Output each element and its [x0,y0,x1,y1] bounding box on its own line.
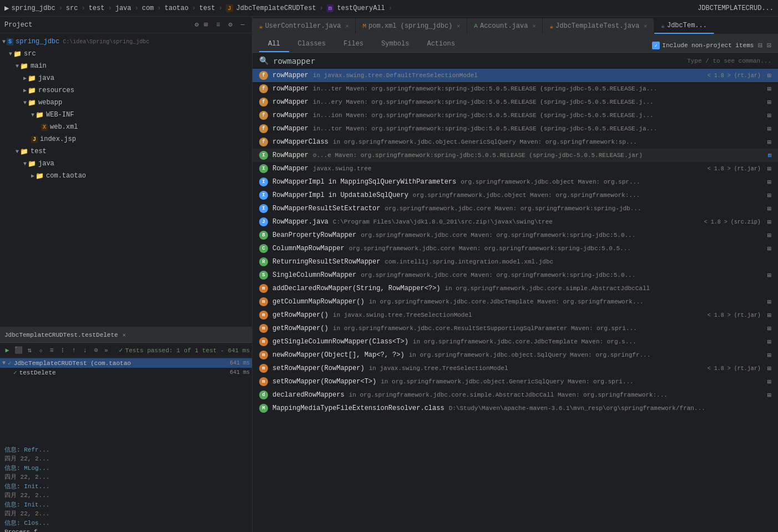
result-type-icon: I [259,191,268,200]
tree-com-taotao-folder[interactable]: ▶ 📁 com.taotao [0,170,252,182]
run-align-button[interactable]: ≡ [47,346,57,356]
filter-icon[interactable]: ⊟ [758,41,762,50]
result-item-returningresultsetrowmapper[interactable]: R ReturningResultSetRowMapper com.intell… [252,255,778,268]
result-type-icon: f [259,98,268,107]
result-item-rowmapper-2[interactable]: f rowMapper in...ter Maven: org.springfr… [252,82,778,95]
search-input[interactable] [273,57,683,65]
result-item-newrowmapper[interactable]: m newRowMapper(Object[], Map<?, ?>) in o… [252,348,778,362]
tab-jdbctemplatetest[interactable]: ☕ JdbcTemplateTest.java ✕ [543,18,654,34]
sidebar-title: Project [4,21,32,29]
breadcrumb-item[interactable]: test [199,4,215,12]
tree-project-root[interactable]: ▼ S spring_jdbc C:\idea\Spring\spring_jd… [0,36,252,48]
result-item-rowmapper-java-file[interactable]: J RowMapper.java C:\Program Files\Java\j… [252,215,778,229]
tab-close-pomxml[interactable]: ✕ [457,23,460,29]
result-type-icon: I [259,204,268,213]
tree-indexjsp-file[interactable]: J index.jsp [0,133,252,145]
tree-webxml-file[interactable]: X web.xml [0,121,252,133]
tree-webinf-folder[interactable]: ▼ 📁 WEB-INF [0,109,252,121]
run-up-button[interactable]: ↑ [69,346,79,356]
test-method-time: 641 ms [230,369,250,376]
result-type-icon: I [259,178,268,186]
tree-java-folder[interactable]: ▶ 📁 java [0,72,252,84]
breadcrumb-class[interactable]: JdbcTemplateCRUDTest [236,4,316,12]
include-non-project-option[interactable]: ✓ Include non-project items [652,42,754,49]
run-history-button[interactable]: ⊙ [91,346,101,356]
tab-close-jdbctest[interactable]: ✕ [644,23,647,29]
tree-test-folder[interactable]: ▼ 📁 test [0,145,252,158]
tab-close-usercontroller[interactable]: ✕ [345,23,348,29]
tests-passed-label: Tests passed: 1 of 1 test - 641 ms [125,347,250,354]
settings-icon[interactable]: ⚙ [225,20,235,30]
run-header: JdbcTemplateCRUDTest.testDelete ✕ [0,327,252,343]
search-tab-all[interactable]: All [259,37,289,52]
result-item-rowmapperresultsetextractor[interactable]: I RowMapperResultSetExtractor org.spring… [252,202,778,215]
tab-pomxml[interactable]: M pom.xml (spring_jdbc) ✕ [356,18,467,34]
breadcrumb-item[interactable]: src [66,4,78,12]
result-type-icon: m [259,284,268,293]
tab-close-account[interactable]: ✕ [532,23,535,29]
run-down-button[interactable]: ↓ [80,346,90,356]
result-item-getsinglecolumnrowmapper[interactable]: m getSingleColumnRowMapper(Class<T>) in … [252,335,778,348]
result-item-declaredrowmappers[interactable]: d declaredRowMappers in org.springframew… [252,388,778,402]
breadcrumb-method[interactable]: testQueryAll [337,4,385,12]
search-tab-files[interactable]: Files [335,37,372,52]
result-item-rowmapperimpl-mapping[interactable]: I RowMapperImpl in MappingSqlQueryWithPa… [252,175,778,189]
run-close-button[interactable]: ✕ [123,332,126,338]
tab-jdbctemplatecrud[interactable]: ☕ JdbcTem... [654,18,714,34]
result-item-rowmapperclass[interactable]: f rowMapperClass in org.springframework.… [252,135,778,149]
result-item-rowmapper-swing[interactable]: I RowMapper javax.swing.tree < 1.8 > (rt… [252,162,778,175]
right-panel: ☕ UserController.java ✕ M pom.xml (sprin… [252,17,778,532]
collapse-all-icon[interactable]: ≡ [213,20,223,30]
console-line: 四月 22, 2... [4,473,247,482]
breadcrumb-item[interactable]: java [115,4,132,12]
breadcrumb-item[interactable]: com [142,4,154,12]
run-rerun-button[interactable]: ▶ [2,346,12,356]
result-item-getrowmapper-treeselection[interactable]: m getRowMapper() in javax.swing.tree.Tre… [252,308,778,322]
breadcrumb-class-icon: J [226,4,233,12]
console-line: 信息: Init... [4,482,247,492]
result-item-rowmapper-5[interactable]: f rowMapper in...tor Maven: org.springfr… [252,122,778,135]
result-item-getcolumnmaprowmapper[interactable]: m getColumnMapRowMapper() in org.springf… [252,295,778,308]
tree-main-folder[interactable]: ▼ 📁 main [0,60,252,72]
sidebar-bottom-panel: JdbcTemplateCRUDTest.testDelete ✕ ▶ ⬛ ⇅ … [0,327,252,532]
tree-resources-folder[interactable]: ▶ 📁 resources [0,84,252,97]
run-stop-button[interactable]: ⬛ [13,346,23,356]
result-item-rowmapper-defaulttree[interactable]: f rowMapper in javax.swing.tree.DefaultT… [252,69,778,82]
result-item-rowmapperimpl-updatable[interactable]: I RowMapperImpl in UpdatableSqlQuery org… [252,189,778,202]
result-item-getrowmapper-resultsetsupporting[interactable]: m getRowMapper() in org.springframework.… [252,322,778,335]
result-type-icon: B [259,231,268,240]
result-item-columnmaprowmapper[interactable]: C ColumnMapRowMapper org.springframework… [252,242,778,255]
layout-icon[interactable]: ⊡ [767,41,771,50]
breadcrumb-item[interactable]: spring_jdbc [11,4,55,12]
result-item-setrowmapper-generic[interactable]: m setRowMapper(RowMapper<T>) in org.spri… [252,375,778,388]
run-toolbar: ▶ ⬛ ⇅ ⬦ ≡ ⫶ ↑ ↓ ⊙ » ✓ Tests passed: 1 of… [0,343,252,358]
tree-webapp-folder[interactable]: ▼ 📁 webapp [0,97,252,109]
search-tab-classes[interactable]: Classes [289,37,335,52]
console-line: 信息: MLog... [4,464,247,473]
tree-java2-folder[interactable]: ▼ 📁 java [0,158,252,170]
search-tab-actions[interactable]: Actions [418,37,463,52]
tab-usercontroller[interactable]: ☕ UserController.java ✕ [252,18,356,34]
result-item-adddeclaredrowmapper[interactable]: m addDeclaredRowMapper(String, RowMapper… [252,282,778,295]
run-align2-button[interactable]: ⫶ [58,346,68,356]
tab-account[interactable]: A Account.java ✕ [467,18,543,34]
breadcrumb-item[interactable]: taotao [165,4,189,12]
result-item-rowmapper-3[interactable]: f rowMapper in...ery Maven: org.springfr… [252,95,778,109]
result-item-setrowmapper-treeselection[interactable]: m setRowMapper(RowMapper) in javax.swing… [252,362,778,375]
tree-src-folder[interactable]: ▼ 📁 src [0,48,252,60]
result-item-mappingmediatype[interactable]: M MappingMediaTypeFileExtensionResolver.… [252,402,778,415]
run-sort-button[interactable]: ⇅ [24,346,34,356]
test-method-item[interactable]: ✓ testDelete 641 ms [0,368,252,377]
result-item-beanpropertyrowmapper[interactable]: B BeanPropertyRowMapper org.springframew… [252,229,778,242]
run-filter-button[interactable]: ⬦ [36,346,46,356]
include-checkbox[interactable]: ✓ [652,42,660,49]
breadcrumb-item[interactable]: test [89,4,105,12]
close-sidebar-icon[interactable]: — [238,20,247,30]
expand-all-icon[interactable]: ⊞ [201,20,211,30]
result-type-icon: m [259,311,268,320]
result-item-rowmapper-interface[interactable]: I RowMapper o...e Maven: org.springframe… [252,149,778,162]
result-item-rowmapper-4[interactable]: f rowMapper in...ion Maven: org.springfr… [252,109,778,122]
result-item-singlecolumnrowmapper[interactable]: S SingleColumnRowMapper org.springframew… [252,268,778,282]
test-class-item[interactable]: ▼ ✓ JdbcTemplateCRUDTest (com.taotao 641… [0,358,252,368]
search-tab-symbols[interactable]: Symbols [372,37,418,52]
